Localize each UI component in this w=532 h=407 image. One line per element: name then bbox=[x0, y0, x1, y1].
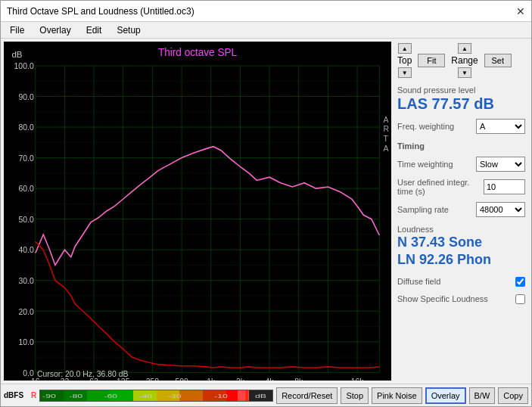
close-button[interactable]: ✕ bbox=[516, 5, 525, 17]
main-area: Third octave SPL 100.0 90.0 80.0 70.0 60… bbox=[1, 39, 531, 384]
freq-weighting-row: Freq. weighting A C Z bbox=[397, 119, 525, 134]
loudness-label: Loudness bbox=[397, 225, 525, 234]
svg-text:250: 250 bbox=[146, 377, 160, 381]
chart-svg: Third octave SPL 100.0 90.0 80.0 70.0 60… bbox=[4, 42, 391, 381]
timing-header: Timing bbox=[397, 141, 525, 151]
svg-text:60.0: 60.0 bbox=[18, 184, 33, 193]
svg-text:16k: 16k bbox=[351, 377, 365, 381]
svg-text:Third octave SPL: Third octave SPL bbox=[158, 47, 238, 58]
top-up-button[interactable]: ▲ bbox=[398, 43, 412, 54]
top-down-button[interactable]: ▼ bbox=[398, 67, 412, 78]
spl-section-label: Sound pressure level bbox=[397, 85, 525, 95]
set-button[interactable]: Set bbox=[484, 54, 512, 67]
range-label: Range bbox=[451, 55, 478, 66]
svg-text:-90: -90 bbox=[42, 393, 56, 399]
level-meter: -90 -80 -60 -40 -30 -10 dB bbox=[39, 390, 273, 402]
svg-text:2k: 2k bbox=[236, 377, 245, 381]
chart-area: Third octave SPL 100.0 90.0 80.0 70.0 60… bbox=[4, 42, 391, 381]
svg-text:80.0: 80.0 bbox=[18, 123, 33, 132]
top-control-group: ▲ Top ▼ bbox=[397, 43, 412, 78]
show-specific-row: Show Specific Loudness bbox=[397, 294, 525, 304]
svg-text:30.0: 30.0 bbox=[18, 276, 33, 285]
spl-value: LAS 77.57 dB bbox=[397, 95, 525, 113]
svg-text:A: A bbox=[384, 144, 390, 153]
svg-text:-80: -80 bbox=[70, 393, 83, 399]
fit-button[interactable]: Fit bbox=[418, 54, 445, 67]
time-weighting-select[interactable]: Fast Slow Impulse bbox=[476, 157, 525, 172]
diffuse-field-row: Diffuse field bbox=[397, 277, 525, 287]
svg-text:8k: 8k bbox=[294, 377, 303, 381]
svg-text:40.0: 40.0 bbox=[18, 245, 33, 254]
svg-text:90.0: 90.0 bbox=[18, 92, 33, 101]
copy-button[interactable]: Copy bbox=[498, 387, 528, 404]
pink-noise-button[interactable]: Pink Noise bbox=[372, 387, 422, 404]
svg-text:4k: 4k bbox=[266, 377, 275, 381]
range-down-button[interactable]: ▼ bbox=[458, 67, 471, 78]
svg-text:Cursor:  20.0 Hz, 36.80 dB: Cursor: 20.0 Hz, 36.80 dB bbox=[37, 369, 129, 378]
svg-text:70.0: 70.0 bbox=[18, 154, 33, 163]
svg-text:dB: dB bbox=[11, 49, 22, 59]
bw-button[interactable]: B/W bbox=[469, 387, 496, 404]
window-title: Third Octave SPL and Loudness (Untitled.… bbox=[7, 6, 194, 17]
overlay-button[interactable]: Overlay bbox=[425, 387, 466, 404]
svg-text:10.0: 10.0 bbox=[18, 337, 33, 346]
menu-edit[interactable]: Edit bbox=[83, 24, 105, 36]
svg-text:-60: -60 bbox=[104, 393, 118, 399]
svg-text:T: T bbox=[384, 134, 389, 143]
time-weighting-label: Time weighting bbox=[397, 160, 453, 169]
svg-rect-0 bbox=[4, 42, 391, 381]
menu-bar: File Overlay Edit Setup bbox=[1, 22, 531, 39]
range-control-group: ▲ Range ▼ bbox=[451, 43, 478, 78]
diffuse-field-label: Diffuse field bbox=[397, 277, 440, 286]
right-panel: ▲ Top ▼ Fit ▲ Range ▼ Set Sound pressure… bbox=[391, 39, 531, 384]
title-bar: Third Octave SPL and Loudness (Untitled.… bbox=[1, 1, 531, 22]
chart-container: Third octave SPL 100.0 90.0 80.0 70.0 60… bbox=[4, 42, 391, 381]
svg-text:-30: -30 bbox=[168, 393, 182, 399]
sampling-rate-row: Sampling rate 44100 48000 96000 bbox=[397, 202, 525, 217]
top-label: Top bbox=[397, 55, 412, 66]
svg-text:-10: -10 bbox=[214, 393, 228, 399]
svg-text:50.0: 50.0 bbox=[18, 215, 33, 224]
show-specific-checkbox[interactable] bbox=[515, 294, 525, 304]
spl-section: Sound pressure level LAS 77.57 dB bbox=[397, 85, 525, 113]
svg-text:500: 500 bbox=[175, 377, 188, 381]
svg-text:R: R bbox=[384, 124, 390, 133]
loudness-section: Loudness N 37.43 Sone LN 92.26 Phon bbox=[397, 225, 525, 269]
menu-setup[interactable]: Setup bbox=[114, 24, 143, 36]
integr-time-row: User defined integr. time (s) bbox=[397, 178, 525, 196]
sampling-rate-label: Sampling rate bbox=[397, 205, 449, 214]
svg-text:0.0: 0.0 bbox=[23, 368, 34, 377]
svg-text:20.0: 20.0 bbox=[18, 306, 33, 315]
diffuse-field-checkbox[interactable] bbox=[515, 277, 525, 287]
sampling-rate-select[interactable]: 44100 48000 96000 bbox=[476, 202, 525, 217]
loudness-value-line2: LN 92.26 Phon bbox=[397, 251, 525, 269]
menu-overlay[interactable]: Overlay bbox=[36, 24, 73, 36]
integr-time-label: User defined integr. time (s) bbox=[397, 178, 484, 196]
svg-text:dB: dB bbox=[255, 393, 266, 399]
r-label: R bbox=[31, 391, 36, 399]
svg-text:-40: -40 bbox=[139, 393, 153, 399]
freq-weighting-select[interactable]: A C Z bbox=[476, 119, 525, 134]
stop-button[interactable]: Stop bbox=[341, 387, 369, 404]
dbfs-label: dBFS bbox=[4, 391, 28, 399]
menu-file[interactable]: File bbox=[7, 24, 27, 36]
bottom-bar: dBFS R -90 -80 -60 -40 bbox=[1, 384, 531, 406]
svg-text:1k: 1k bbox=[207, 377, 216, 381]
range-up-button[interactable]: ▲ bbox=[458, 43, 471, 54]
svg-text:100.0: 100.0 bbox=[14, 61, 34, 70]
top-range-controls: ▲ Top ▼ Fit ▲ Range ▼ Set bbox=[397, 43, 525, 78]
integr-time-input[interactable] bbox=[484, 179, 525, 194]
record-reset-button[interactable]: Record/Reset bbox=[276, 387, 338, 404]
loudness-value-line1: N 37.43 Sone bbox=[397, 234, 525, 251]
time-weighting-row: Time weighting Fast Slow Impulse bbox=[397, 157, 525, 172]
show-specific-label: Show Specific Loudness bbox=[397, 294, 488, 303]
svg-text:A: A bbox=[384, 115, 390, 124]
freq-weighting-label: Freq. weighting bbox=[397, 122, 454, 131]
main-window: Third Octave SPL and Loudness (Untitled.… bbox=[0, 0, 532, 407]
